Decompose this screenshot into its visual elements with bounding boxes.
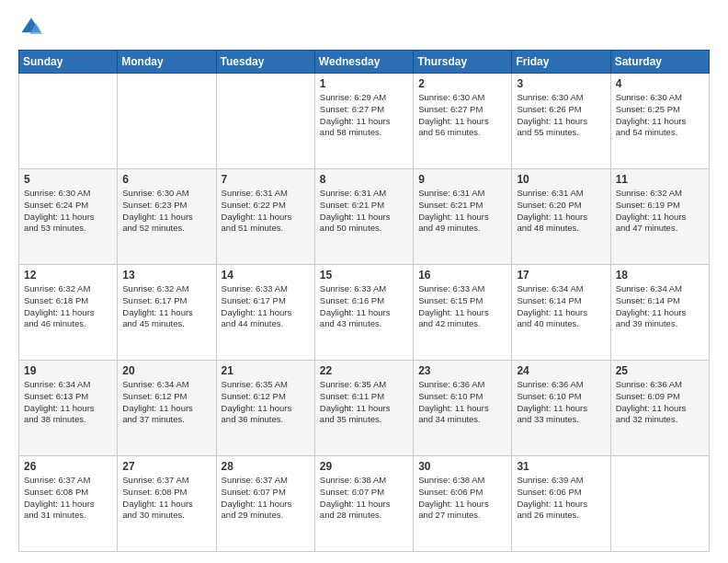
calendar-header-row: SundayMondayTuesdayWednesdayThursdayFrid…	[19, 51, 710, 74]
day-number: 9	[418, 173, 506, 186]
calendar-week-row: 12Sunrise: 6:32 AM Sunset: 6:18 PM Dayli…	[19, 265, 710, 361]
day-number: 22	[320, 364, 408, 377]
page: SundayMondayTuesdayWednesdayThursdayFrid…	[0, 0, 728, 563]
day-info: Sunrise: 6:38 AM Sunset: 6:06 PM Dayligh…	[418, 475, 506, 522]
calendar-day-header: Thursday	[414, 51, 512, 74]
day-info: Sunrise: 6:32 AM Sunset: 6:17 PM Dayligh…	[122, 283, 210, 330]
day-info: Sunrise: 6:33 AM Sunset: 6:15 PM Dayligh…	[418, 283, 506, 330]
calendar-cell: 31Sunrise: 6:39 AM Sunset: 6:06 PM Dayli…	[512, 456, 610, 552]
day-info: Sunrise: 6:34 AM Sunset: 6:12 PM Dayligh…	[122, 379, 210, 426]
day-info: Sunrise: 6:37 AM Sunset: 6:08 PM Dayligh…	[122, 475, 210, 522]
day-info: Sunrise: 6:32 AM Sunset: 6:19 PM Dayligh…	[616, 188, 704, 235]
day-number: 26	[24, 460, 112, 473]
calendar-cell: 14Sunrise: 6:33 AM Sunset: 6:17 PM Dayli…	[216, 265, 314, 361]
day-info: Sunrise: 6:30 AM Sunset: 6:24 PM Dayligh…	[24, 188, 112, 235]
calendar-cell	[610, 456, 709, 552]
day-number: 23	[418, 364, 506, 377]
day-info: Sunrise: 6:30 AM Sunset: 6:23 PM Dayligh…	[122, 188, 210, 235]
day-number: 8	[320, 173, 408, 186]
day-info: Sunrise: 6:32 AM Sunset: 6:18 PM Dayligh…	[24, 283, 112, 330]
day-info: Sunrise: 6:31 AM Sunset: 6:20 PM Dayligh…	[517, 188, 605, 235]
logo	[18, 15, 48, 40]
calendar-day-header: Monday	[118, 51, 216, 74]
day-info: Sunrise: 6:37 AM Sunset: 6:08 PM Dayligh…	[24, 475, 112, 522]
day-number: 20	[122, 364, 210, 377]
day-number: 11	[616, 173, 704, 186]
calendar-cell: 30Sunrise: 6:38 AM Sunset: 6:06 PM Dayli…	[414, 456, 512, 552]
day-number: 30	[418, 460, 506, 473]
calendar-day-header: Friday	[512, 51, 610, 74]
day-info: Sunrise: 6:35 AM Sunset: 6:11 PM Dayligh…	[320, 379, 408, 426]
calendar-cell: 19Sunrise: 6:34 AM Sunset: 6:13 PM Dayli…	[19, 361, 118, 456]
calendar-cell: 13Sunrise: 6:32 AM Sunset: 6:17 PM Dayli…	[118, 265, 216, 361]
day-info: Sunrise: 6:31 AM Sunset: 6:21 PM Dayligh…	[418, 188, 506, 235]
day-info: Sunrise: 6:36 AM Sunset: 6:09 PM Dayligh…	[616, 379, 704, 426]
day-info: Sunrise: 6:39 AM Sunset: 6:06 PM Dayligh…	[517, 475, 605, 522]
day-info: Sunrise: 6:33 AM Sunset: 6:17 PM Dayligh…	[222, 283, 310, 330]
calendar-cell	[19, 74, 118, 169]
calendar-cell: 4Sunrise: 6:30 AM Sunset: 6:25 PM Daylig…	[610, 74, 709, 169]
day-number: 5	[24, 173, 112, 186]
calendar-day-header: Wednesday	[314, 51, 413, 74]
calendar-cell: 22Sunrise: 6:35 AM Sunset: 6:11 PM Dayli…	[314, 361, 413, 456]
calendar-day-header: Tuesday	[216, 51, 314, 74]
day-number: 14	[222, 269, 310, 282]
day-number: 31	[517, 460, 605, 473]
day-number: 15	[320, 269, 408, 282]
day-info: Sunrise: 6:34 AM Sunset: 6:14 PM Dayligh…	[616, 283, 704, 330]
calendar-cell: 11Sunrise: 6:32 AM Sunset: 6:19 PM Dayli…	[610, 169, 709, 265]
day-info: Sunrise: 6:35 AM Sunset: 6:12 PM Dayligh…	[222, 379, 310, 426]
day-info: Sunrise: 6:30 AM Sunset: 6:27 PM Dayligh…	[418, 92, 506, 139]
calendar-cell: 10Sunrise: 6:31 AM Sunset: 6:20 PM Dayli…	[512, 169, 610, 265]
calendar-cell: 20Sunrise: 6:34 AM Sunset: 6:12 PM Dayli…	[118, 361, 216, 456]
calendar-cell: 2Sunrise: 6:30 AM Sunset: 6:27 PM Daylig…	[414, 74, 512, 169]
day-info: Sunrise: 6:30 AM Sunset: 6:26 PM Dayligh…	[517, 92, 605, 139]
day-number: 25	[616, 364, 704, 377]
calendar-cell: 24Sunrise: 6:36 AM Sunset: 6:10 PM Dayli…	[512, 361, 610, 456]
calendar-week-row: 5Sunrise: 6:30 AM Sunset: 6:24 PM Daylig…	[19, 169, 710, 265]
calendar-cell: 17Sunrise: 6:34 AM Sunset: 6:14 PM Dayli…	[512, 265, 610, 361]
calendar-week-row: 1Sunrise: 6:29 AM Sunset: 6:27 PM Daylig…	[19, 74, 710, 169]
day-info: Sunrise: 6:34 AM Sunset: 6:14 PM Dayligh…	[517, 283, 605, 330]
day-number: 28	[222, 460, 310, 473]
calendar-cell: 18Sunrise: 6:34 AM Sunset: 6:14 PM Dayli…	[610, 265, 709, 361]
day-info: Sunrise: 6:31 AM Sunset: 6:21 PM Dayligh…	[320, 188, 408, 235]
calendar-table: SundayMondayTuesdayWednesdayThursdayFrid…	[18, 50, 710, 552]
calendar-cell: 25Sunrise: 6:36 AM Sunset: 6:09 PM Dayli…	[610, 361, 709, 456]
day-number: 10	[517, 173, 605, 186]
day-number: 29	[320, 460, 408, 473]
day-info: Sunrise: 6:29 AM Sunset: 6:27 PM Dayligh…	[320, 92, 408, 139]
day-number: 1	[320, 77, 408, 90]
calendar-cell: 8Sunrise: 6:31 AM Sunset: 6:21 PM Daylig…	[314, 169, 413, 265]
day-number: 4	[616, 77, 704, 90]
calendar-cell: 12Sunrise: 6:32 AM Sunset: 6:18 PM Dayli…	[19, 265, 118, 361]
calendar-cell: 23Sunrise: 6:36 AM Sunset: 6:10 PM Dayli…	[414, 361, 512, 456]
calendar-cell: 6Sunrise: 6:30 AM Sunset: 6:23 PM Daylig…	[118, 169, 216, 265]
calendar-week-row: 19Sunrise: 6:34 AM Sunset: 6:13 PM Dayli…	[19, 361, 710, 456]
day-info: Sunrise: 6:33 AM Sunset: 6:16 PM Dayligh…	[320, 283, 408, 330]
day-info: Sunrise: 6:30 AM Sunset: 6:25 PM Dayligh…	[616, 92, 704, 139]
calendar-cell: 5Sunrise: 6:30 AM Sunset: 6:24 PM Daylig…	[19, 169, 118, 265]
day-number: 24	[517, 364, 605, 377]
day-info: Sunrise: 6:36 AM Sunset: 6:10 PM Dayligh…	[418, 379, 506, 426]
calendar-cell: 26Sunrise: 6:37 AM Sunset: 6:08 PM Dayli…	[19, 456, 118, 552]
day-number: 17	[517, 269, 605, 282]
calendar-cell: 21Sunrise: 6:35 AM Sunset: 6:12 PM Dayli…	[216, 361, 314, 456]
day-number: 27	[122, 460, 210, 473]
day-number: 19	[24, 364, 112, 377]
header	[18, 15, 710, 40]
day-number: 3	[517, 77, 605, 90]
calendar-cell: 27Sunrise: 6:37 AM Sunset: 6:08 PM Dayli…	[118, 456, 216, 552]
day-number: 21	[222, 364, 310, 377]
day-number: 13	[122, 269, 210, 282]
calendar-cell: 28Sunrise: 6:37 AM Sunset: 6:07 PM Dayli…	[216, 456, 314, 552]
day-number: 16	[418, 269, 506, 282]
day-number: 12	[24, 269, 112, 282]
day-number: 7	[222, 173, 310, 186]
calendar-day-header: Sunday	[19, 51, 118, 74]
calendar-week-row: 26Sunrise: 6:37 AM Sunset: 6:08 PM Dayli…	[19, 456, 710, 552]
day-info: Sunrise: 6:38 AM Sunset: 6:07 PM Dayligh…	[320, 475, 408, 522]
logo-icon	[18, 15, 44, 40]
day-number: 6	[122, 173, 210, 186]
calendar-cell: 16Sunrise: 6:33 AM Sunset: 6:15 PM Dayli…	[414, 265, 512, 361]
